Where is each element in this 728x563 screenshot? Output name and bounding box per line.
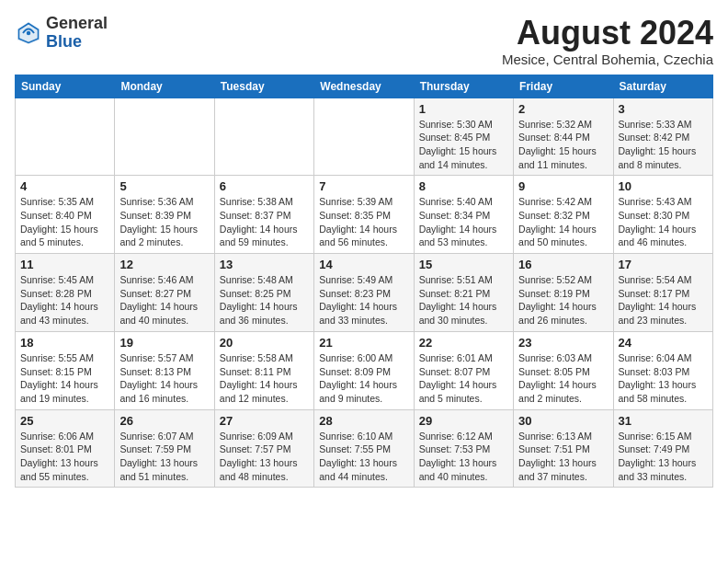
weekday-header: Wednesday [314,75,414,98]
day-number: 4 [20,179,109,193]
day-info: Sunrise: 5:51 AM Sunset: 8:21 PM Dayligh… [419,273,508,327]
day-info: Sunrise: 6:13 AM Sunset: 7:51 PM Dayligh… [518,430,608,484]
calendar-cell: 9Sunrise: 5:42 AM Sunset: 8:32 PM Daylig… [514,176,613,254]
day-number: 25 [20,414,109,428]
calendar-week-row: 11Sunrise: 5:45 AM Sunset: 8:28 PM Dayli… [16,254,713,332]
day-number: 17 [619,258,708,271]
day-info: Sunrise: 5:58 AM Sunset: 8:11 PM Dayligh… [220,351,309,406]
calendar-cell: 24Sunrise: 6:04 AM Sunset: 8:03 PM Dayli… [613,331,712,409]
calendar-cell: 3Sunrise: 5:33 AM Sunset: 8:42 PM Daylig… [613,98,712,176]
day-number: 7 [319,179,408,193]
calendar-cell: 13Sunrise: 5:48 AM Sunset: 8:25 PM Dayli… [214,254,313,332]
calendar-week-row: 18Sunrise: 5:55 AM Sunset: 8:15 PM Dayli… [16,331,713,409]
calendar-table: SundayMondayTuesdayWednesdayThursdayFrid… [15,75,713,488]
weekday-header: Saturday [613,75,712,98]
day-number: 22 [419,336,508,350]
calendar-week-row: 4Sunrise: 5:35 AM Sunset: 8:40 PM Daylig… [16,176,713,254]
calendar-cell: 21Sunrise: 6:00 AM Sunset: 8:09 PM Dayli… [314,331,414,409]
weekday-header: Friday [514,75,613,98]
day-number: 3 [619,102,708,116]
day-info: Sunrise: 6:07 AM Sunset: 7:59 PM Dayligh… [119,430,209,484]
calendar-cell: 28Sunrise: 6:10 AM Sunset: 7:55 PM Dayli… [314,409,414,488]
day-number: 1 [419,102,508,116]
day-number: 29 [419,414,508,428]
day-info: Sunrise: 6:00 AM Sunset: 8:09 PM Dayligh… [319,351,408,406]
calendar-cell [314,98,414,176]
day-info: Sunrise: 6:09 AM Sunset: 7:57 PM Dayligh… [220,430,309,484]
day-info: Sunrise: 5:30 AM Sunset: 8:45 PM Dayligh… [419,118,508,172]
calendar-cell: 26Sunrise: 6:07 AM Sunset: 7:59 PM Dayli… [115,409,214,488]
calendar-cell: 5Sunrise: 5:36 AM Sunset: 8:39 PM Daylig… [115,176,214,254]
calendar-cell: 12Sunrise: 5:46 AM Sunset: 8:27 PM Dayli… [115,254,214,332]
day-number: 18 [20,336,109,350]
weekday-header: Tuesday [214,75,313,98]
day-number: 14 [319,258,408,271]
calendar-cell: 27Sunrise: 6:09 AM Sunset: 7:57 PM Dayli… [214,409,313,488]
day-info: Sunrise: 5:40 AM Sunset: 8:34 PM Dayligh… [419,195,508,249]
day-number: 13 [220,258,309,271]
weekday-header: Thursday [414,75,513,98]
day-number: 19 [119,336,209,350]
calendar-cell: 18Sunrise: 5:55 AM Sunset: 8:15 PM Dayli… [16,331,115,409]
calendar-cell: 25Sunrise: 6:06 AM Sunset: 8:01 PM Dayli… [16,409,115,488]
day-info: Sunrise: 5:39 AM Sunset: 8:35 PM Dayligh… [319,195,408,249]
logo: General Blue [15,15,108,52]
calendar-cell: 17Sunrise: 5:54 AM Sunset: 8:17 PM Dayli… [613,254,712,332]
calendar-cell: 1Sunrise: 5:30 AM Sunset: 8:45 PM Daylig… [414,98,513,176]
day-info: Sunrise: 5:38 AM Sunset: 8:37 PM Dayligh… [220,195,309,249]
day-number: 20 [220,336,309,350]
day-number: 16 [518,258,608,271]
day-info: Sunrise: 5:32 AM Sunset: 8:44 PM Dayligh… [518,118,608,172]
calendar-cell: 19Sunrise: 5:57 AM Sunset: 8:13 PM Dayli… [115,331,214,409]
day-number: 15 [419,258,508,271]
day-number: 23 [518,336,608,350]
day-number: 2 [518,102,608,116]
day-number: 10 [619,179,708,193]
calendar-cell: 20Sunrise: 5:58 AM Sunset: 8:11 PM Dayli… [214,331,313,409]
day-info: Sunrise: 5:46 AM Sunset: 8:27 PM Dayligh… [119,273,209,327]
calendar-cell: 16Sunrise: 5:52 AM Sunset: 8:19 PM Dayli… [514,254,613,332]
calendar-cell: 29Sunrise: 6:12 AM Sunset: 7:53 PM Dayli… [414,409,513,488]
day-number: 12 [119,258,209,271]
day-info: Sunrise: 6:06 AM Sunset: 8:01 PM Dayligh… [20,430,109,484]
day-info: Sunrise: 6:03 AM Sunset: 8:05 PM Dayligh… [518,351,608,406]
day-info: Sunrise: 5:48 AM Sunset: 8:25 PM Dayligh… [220,273,309,327]
day-number: 30 [518,414,608,428]
calendar-cell [16,98,115,176]
day-info: Sunrise: 6:01 AM Sunset: 8:07 PM Dayligh… [419,351,508,406]
day-info: Sunrise: 5:33 AM Sunset: 8:42 PM Dayligh… [619,118,708,172]
day-info: Sunrise: 6:04 AM Sunset: 8:03 PM Dayligh… [619,351,708,406]
title-block: August 2024 Mesice, Central Bohemia, Cze… [502,15,713,67]
day-info: Sunrise: 6:10 AM Sunset: 7:55 PM Dayligh… [319,430,408,484]
day-info: Sunrise: 5:52 AM Sunset: 8:19 PM Dayligh… [518,273,608,327]
day-number: 9 [518,179,608,193]
day-number: 11 [20,258,109,271]
day-info: Sunrise: 5:42 AM Sunset: 8:32 PM Dayligh… [518,195,608,249]
calendar-cell: 8Sunrise: 5:40 AM Sunset: 8:34 PM Daylig… [414,176,513,254]
month-year: August 2024 [502,15,713,52]
page-header: General Blue August 2024 Mesice, Central… [15,15,713,67]
calendar-cell: 23Sunrise: 6:03 AM Sunset: 8:05 PM Dayli… [514,331,613,409]
calendar-cell: 2Sunrise: 5:32 AM Sunset: 8:44 PM Daylig… [514,98,613,176]
day-number: 31 [619,414,708,428]
day-number: 26 [119,414,209,428]
day-info: Sunrise: 5:54 AM Sunset: 8:17 PM Dayligh… [619,273,708,327]
calendar-cell: 22Sunrise: 6:01 AM Sunset: 8:07 PM Dayli… [414,331,513,409]
logo-text: General Blue [46,15,108,52]
calendar-cell: 15Sunrise: 5:51 AM Sunset: 8:21 PM Dayli… [414,254,513,332]
logo-icon [15,19,42,47]
day-info: Sunrise: 5:43 AM Sunset: 8:30 PM Dayligh… [619,195,708,249]
calendar-cell [115,98,214,176]
calendar-header-row: SundayMondayTuesdayWednesdayThursdayFrid… [16,75,713,98]
day-info: Sunrise: 6:12 AM Sunset: 7:53 PM Dayligh… [419,430,508,484]
day-info: Sunrise: 5:57 AM Sunset: 8:13 PM Dayligh… [119,351,209,406]
day-number: 5 [119,179,209,193]
calendar-week-row: 1Sunrise: 5:30 AM Sunset: 8:45 PM Daylig… [16,98,713,176]
calendar-cell: 11Sunrise: 5:45 AM Sunset: 8:28 PM Dayli… [16,254,115,332]
day-number: 6 [220,179,309,193]
weekday-header: Monday [115,75,214,98]
calendar-cell: 14Sunrise: 5:49 AM Sunset: 8:23 PM Dayli… [314,254,414,332]
calendar-cell: 7Sunrise: 5:39 AM Sunset: 8:35 PM Daylig… [314,176,414,254]
weekday-header: Sunday [16,75,115,98]
day-number: 28 [319,414,408,428]
